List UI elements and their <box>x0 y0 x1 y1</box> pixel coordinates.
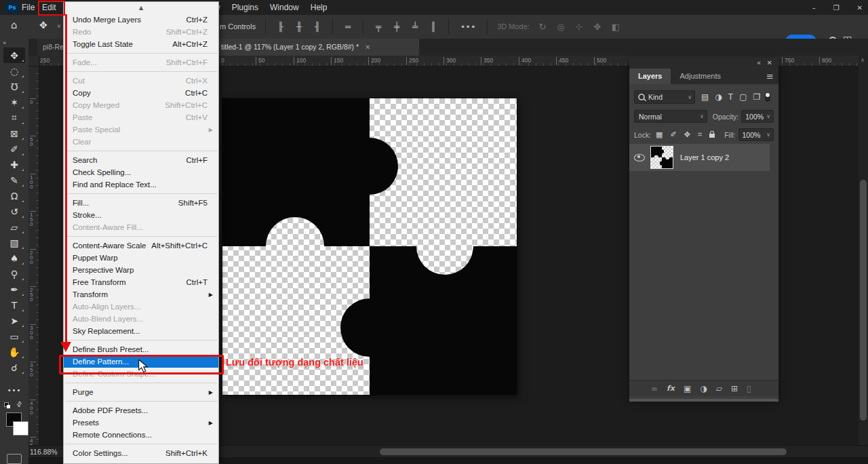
frame-tool[interactable]: ⊠ <box>3 125 25 141</box>
tab-adjustments[interactable]: Adjustments <box>671 69 730 84</box>
menu-file[interactable]: File <box>19 0 37 15</box>
more-options-icon[interactable]: ••• <box>458 22 477 32</box>
blur-tool[interactable]: ♠ <box>3 250 25 266</box>
filter-adjustment-layers-icon[interactable]: ◑ <box>715 92 722 102</box>
quick-mask-icon[interactable] <box>7 454 22 464</box>
vertical-scrollbar-track[interactable]: ∧ <box>859 56 868 445</box>
background-color-swatch[interactable] <box>13 421 28 436</box>
align-left-edges-icon[interactable]: ╟ <box>275 22 286 32</box>
tab-layers[interactable]: Layers <box>629 69 671 84</box>
healing-brush-tool[interactable]: ✚ <box>3 157 25 172</box>
menu-item-stroke[interactable]: Stroke... <box>64 209 218 221</box>
menu-item-free-transform[interactable]: Free TransformCtrl+T <box>64 276 218 288</box>
zoom-level[interactable]: 116.88% <box>30 448 58 456</box>
menu-item-find-and-replace-text[interactable]: Find and Replace Text... <box>64 178 218 191</box>
distribute-vertical-icon[interactable]: ║ <box>428 22 439 32</box>
collapse-tools-icon[interactable]: » <box>3 39 6 46</box>
scroll-up-icon[interactable]: ∧ <box>861 57 865 63</box>
more-tools-icon[interactable]: ••• <box>3 387 25 394</box>
type-tool[interactable]: T <box>3 297 25 313</box>
align-vertical-centers-icon[interactable]: ╪ <box>391 22 402 32</box>
lock-transparent-pixels-icon[interactable]: ▦ <box>656 130 663 139</box>
menu-plugins[interactable]: Plugins <box>232 3 258 12</box>
filter-shape-layers-icon[interactable]: ▢ <box>739 92 747 102</box>
menu-item-transform[interactable]: Transform▶ <box>64 288 218 301</box>
hand-tool[interactable]: ✋ <box>3 344 25 360</box>
filter-smart-objects-icon[interactable]: ❐ <box>753 92 761 102</box>
delete-layer-icon[interactable]: ▯ <box>747 384 751 393</box>
menu-item-toggle-last-state[interactable]: Toggle Last StateAlt+Ctrl+Z <box>64 38 218 50</box>
panel-resize-handle[interactable] <box>629 399 778 402</box>
menu-item-redo[interactable]: RedoShift+Ctrl+Z <box>64 26 218 38</box>
menu-item-define-brush-preset[interactable]: Define Brush Preset... <box>64 343 218 355</box>
menu-item-remote-connections[interactable]: Remote Connections... <box>64 429 218 441</box>
home-icon[interactable]: ⌂ <box>11 19 18 31</box>
panel-menu-icon[interactable]: ≡ <box>766 71 774 81</box>
layer-visibility-eye-icon[interactable] <box>634 154 645 161</box>
clone-stamp-tool[interactable]: Ω <box>3 188 25 204</box>
menu-item-color-settings[interactable]: Color Settings...Shift+Ctrl+K <box>64 447 218 459</box>
dodge-tool[interactable]: ⚲ <box>3 266 25 282</box>
menu-item-fill[interactable]: Fill...Shift+F5 <box>64 197 218 209</box>
minimize-button[interactable]: – <box>812 4 816 12</box>
menu-item-paste-special[interactable]: Paste Special▶ <box>64 123 218 136</box>
close-button[interactable]: ✕ <box>857 4 863 12</box>
menu-item-perspective-warp[interactable]: Perspective Warp <box>64 264 218 276</box>
crop-tool[interactable]: ⌗ <box>3 110 25 125</box>
eyedropper-tool[interactable]: ✐ <box>3 141 25 157</box>
new-adjustment-layer-icon[interactable]: ◑ <box>700 384 707 393</box>
menu-item-fade[interactable]: Fade...Shift+Ctrl+F <box>64 56 218 69</box>
menu-item-content-aware-fill[interactable]: Content-Aware Fill... <box>64 221 218 233</box>
link-layers-icon[interactable]: ∞ <box>651 384 658 393</box>
menu-item-content-aware-scale[interactable]: Content-Aware ScaleAlt+Shift+Ctrl+C <box>64 239 218 252</box>
collapse-panel-icon[interactable]: « <box>757 59 761 66</box>
eraser-tool[interactable]: ▱ <box>3 219 25 235</box>
lock-image-pixels-icon[interactable]: ✐ <box>671 130 677 139</box>
zoom-tool[interactable]: ☌ <box>3 360 25 375</box>
pen-tool[interactable]: ✒ <box>3 282 25 297</box>
lock-artboard-icon[interactable]: ⌗ <box>698 130 702 139</box>
document-canvas[interactable] <box>222 98 517 395</box>
menu-window[interactable]: Window <box>270 3 299 12</box>
align-bottom-edges-icon[interactable]: ╧ <box>410 22 420 32</box>
align-top-edges-icon[interactable]: ╤ <box>373 22 384 32</box>
menu-item-undo-merge-layers[interactable]: Undo Merge LayersCtrl+Z <box>64 14 218 26</box>
close-tab-icon[interactable]: ✕ <box>365 43 370 51</box>
menu-item-cut[interactable]: CutCtrl+X <box>64 75 218 87</box>
lasso-tool[interactable]: ℧ <box>3 79 25 94</box>
menu-item-copy[interactable]: CopyCtrl+C <box>64 87 218 99</box>
close-panel-icon[interactable]: ✕ <box>767 59 772 66</box>
vertical-scrollbar-thumb[interactable] <box>860 180 867 421</box>
menu-item-clear[interactable]: Clear <box>64 136 218 148</box>
menu-item-sky-replacement[interactable]: Sky Replacement... <box>64 325 218 337</box>
fill-field[interactable]: 100% ∨ <box>738 128 774 141</box>
document-tab-active[interactable]: titled-1 @ 117% (Layer 1 copy 2, RGB/8#)… <box>216 39 419 56</box>
menu-item-puppet-warp[interactable]: Puppet Warp <box>64 252 218 264</box>
shape-tool[interactable]: ▭ <box>3 328 25 344</box>
filter-type-layers-icon[interactable]: T <box>728 92 733 102</box>
brush-tool[interactable]: ✎ <box>3 172 25 188</box>
menu-item-adobe-pdf-presets[interactable]: Adobe PDF Presets... <box>64 404 218 417</box>
blend-mode-dropdown[interactable]: Normal ∨ <box>634 110 707 123</box>
new-layer-icon[interactable]: ⊞ <box>731 384 738 393</box>
menu-scroll-up-icon[interactable]: ▲ <box>64 2 218 14</box>
menu-help[interactable]: Help <box>311 3 328 12</box>
kind-filter-dropdown[interactable]: Kind ∨ <box>634 90 695 104</box>
align-right-edges-icon[interactable]: ╢ <box>312 22 323 32</box>
menu-item-copy-merged[interactable]: Copy MergedShift+Ctrl+C <box>64 99 218 111</box>
menu-item-auto-align-layers[interactable]: Auto-Align Layers... <box>64 301 218 313</box>
menu-item-purge[interactable]: Purge▶ <box>64 386 218 398</box>
align-horizontal-centers-icon[interactable]: ╫ <box>294 22 304 32</box>
menu-item-auto-blend-layers[interactable]: Auto-Blend Layers... <box>64 313 218 325</box>
filter-pixel-layers-icon[interactable]: ▤ <box>701 92 709 102</box>
add-layer-mask-icon[interactable]: ▣ <box>684 384 691 393</box>
distribute-horizontal-icon[interactable]: ═ <box>342 22 353 32</box>
magic-wand-tool[interactable]: ✶ <box>3 94 25 110</box>
opacity-field[interactable]: 100% ∨ <box>741 110 774 123</box>
horizontal-scrollbar[interactable] <box>380 448 787 455</box>
move-tool[interactable]: ✥ <box>3 47 25 63</box>
new-group-icon[interactable]: ▱ <box>716 384 722 393</box>
history-brush-tool[interactable]: ↺ <box>3 204 25 219</box>
chevron-down-icon[interactable]: ∨ <box>57 23 61 29</box>
menu-item-presets[interactable]: Presets▶ <box>64 417 218 429</box>
